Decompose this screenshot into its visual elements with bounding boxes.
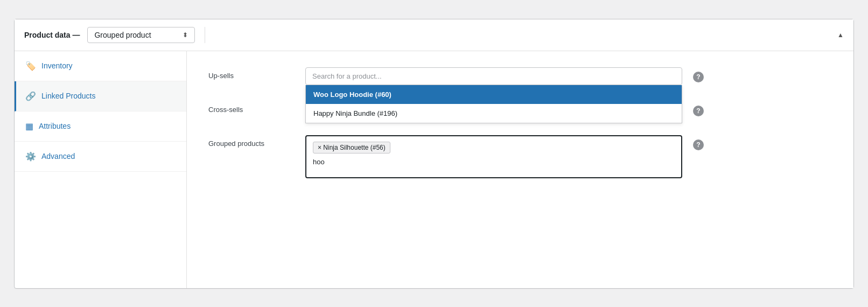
upsells-control: Woo Logo Hoodie (#60) Happy Ninja Bundle… <box>305 67 682 85</box>
panel-body: 🏷️ Inventory 🔗 Linked Products ▦ Attribu… <box>15 51 853 288</box>
inventory-icon: 🏷️ <box>25 61 36 71</box>
sidebar-item-label: Linked Products <box>41 92 95 100</box>
crosssells-label: Cross-sells <box>208 101 295 114</box>
dropdown-item-ninja-bundle[interactable]: Happy Ninja Bundle (#196) <box>306 104 682 123</box>
product-data-panel: Product data — Grouped product ⬍ ▲ 🏷️ In… <box>14 19 854 289</box>
product-type-select[interactable]: Grouped product ⬍ <box>87 27 195 43</box>
grouped-products-search-input[interactable] <box>313 157 675 167</box>
content-area: Up-sells Woo Logo Hoodie (#60) Happy Nin… <box>187 51 853 288</box>
grouped-products-row: Grouped products × Ninja Silhouette (#56… <box>208 135 832 178</box>
sidebar-item-label: Attributes <box>39 122 71 130</box>
sidebar-item-linked-products[interactable]: 🔗 Linked Products <box>15 81 186 111</box>
product-type-arrow: ⬍ <box>183 31 188 39</box>
panel-header: Product data — Grouped product ⬍ ▲ <box>15 19 853 51</box>
upsells-dropdown: Woo Logo Hoodie (#60) Happy Ninja Bundle… <box>305 85 682 123</box>
upsells-search-input[interactable] <box>305 67 682 85</box>
upsells-label: Up-sells <box>208 67 295 80</box>
dropdown-item-woo-hoodie[interactable]: Woo Logo Hoodie (#60) <box>306 85 682 104</box>
sidebar-item-label: Advanced <box>41 152 75 161</box>
panel-header-left: Product data — Grouped product ⬍ <box>24 27 205 43</box>
grouped-product-tag[interactable]: × Ninja Silhouette (#56) <box>313 142 390 154</box>
sidebar: 🏷️ Inventory 🔗 Linked Products ▦ Attribu… <box>15 51 187 288</box>
header-divider <box>205 27 205 43</box>
sidebar-item-label: Inventory <box>41 61 73 70</box>
crosssells-help-icon[interactable]: ? <box>693 106 704 116</box>
linked-products-icon: 🔗 <box>25 91 36 101</box>
attributes-icon: ▦ <box>25 121 33 131</box>
panel-title: Product data — <box>24 31 80 39</box>
upsells-row: Up-sells Woo Logo Hoodie (#60) Happy Nin… <box>208 67 832 85</box>
product-type-label: Grouped product <box>94 31 151 39</box>
advanced-icon: ⚙️ <box>25 151 36 162</box>
grouped-products-input-area[interactable]: × Ninja Silhouette (#56) <box>305 135 682 178</box>
sidebar-item-attributes[interactable]: ▦ Attributes <box>15 111 186 142</box>
tag-label: × Ninja Silhouette (#56) <box>318 144 386 151</box>
collapse-button[interactable]: ▲ <box>837 31 844 39</box>
sidebar-item-inventory[interactable]: 🏷️ Inventory <box>15 51 186 81</box>
sidebar-item-advanced[interactable]: ⚙️ Advanced <box>15 142 186 172</box>
grouped-products-control: × Ninja Silhouette (#56) <box>305 135 682 178</box>
grouped-products-label: Grouped products <box>208 135 295 148</box>
upsells-help-icon[interactable]: ? <box>693 72 704 82</box>
grouped-help-icon[interactable]: ? <box>693 139 704 150</box>
